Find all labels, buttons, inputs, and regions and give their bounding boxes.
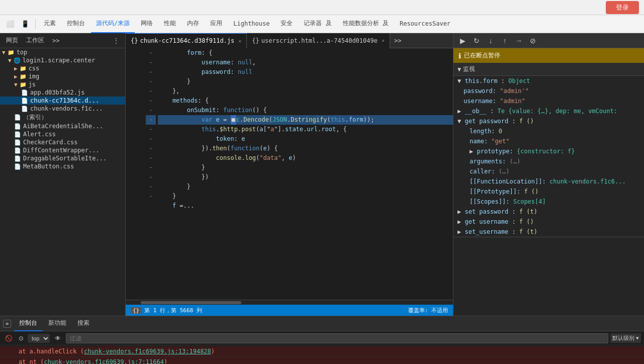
code-line-13: } (158, 163, 453, 172)
tab-sources[interactable]: 源代码/来源 (91, 15, 135, 33)
file-icon-aibeta: 📄 (14, 123, 21, 130)
step-btn[interactable]: → (513, 35, 525, 47)
marker-10: - (146, 134, 156, 144)
scope-get-password[interactable]: ▼ get password : f () (453, 116, 644, 126)
tree-item-top[interactable]: ▼ 📁 top (0, 48, 125, 56)
resume-btn[interactable]: ▶ (456, 35, 469, 47)
tree-item-meta[interactable]: 📄 MetaButton.css (0, 162, 125, 170)
preserve-log-btn[interactable]: ⊙ (17, 334, 26, 343)
tree-item-index[interactable]: 📄 （索引） (0, 113, 125, 122)
link-2[interactable]: chunk-vendors.f1c69639.js:7:11664 (44, 358, 163, 364)
marker-4: - (146, 77, 156, 86)
tab-security[interactable]: 安全 (275, 15, 298, 33)
tree-item-alert[interactable]: 📄 Alert.css (0, 130, 125, 138)
code-line-16: } (158, 192, 453, 201)
close-tab-userscript[interactable]: ✕ (382, 38, 385, 43)
file-tabs-more[interactable]: >> (390, 37, 405, 44)
code-line-14: }) (158, 172, 453, 182)
scope-set-password[interactable]: ▶ set password : f (t) (453, 207, 644, 217)
tree-item-img[interactable]: ▶ 📁 img (0, 72, 125, 80)
code-line-15: } (158, 182, 453, 192)
h-scrollbar[interactable] (126, 300, 453, 305)
sp-expand: ▶ (457, 208, 461, 215)
deactivate-btn[interactable]: ⊘ (527, 35, 539, 47)
tree-item-chunk-vendors[interactable]: 📄 chunk-vendors.f1c... (0, 105, 125, 113)
bottom-panel: ≡ 控制台 新功能 搜索 🚫 ⊙ top 👁 默认级别 ▾ at a.handl… (0, 316, 644, 364)
code-content: - - - - - - - - - - - - - - - - form: { (126, 48, 453, 300)
tab-lighthouse[interactable]: Lighthouse (228, 15, 274, 33)
scope-ob[interactable]: ▶ __ob__ : Te {value: {…}, dep: me, vmCo… (453, 106, 644, 116)
main-area: 网页 工作区 >> ⋮ ▼ 📁 top ▼ 🌐 login1.scrape.ce… (0, 33, 644, 316)
proto-expand: ▶ (470, 148, 473, 155)
tree-item-diff[interactable]: 📄 DiffContentWrapper... (0, 146, 125, 154)
step-over-btn[interactable]: ↻ (471, 35, 483, 47)
tab-recorder[interactable]: 记录器 及 (299, 15, 336, 33)
gu-expand: ▶ (457, 218, 461, 225)
file-icon-draggable: 📄 (14, 155, 21, 162)
scope-get-username[interactable]: ▶ get username : f () (453, 217, 644, 227)
tree-item-app[interactable]: 📄 app.d03bfa52.js (0, 88, 125, 97)
format-icon[interactable]: {} (131, 307, 141, 314)
tab-perf-analysis[interactable]: 性能数据分析 及 (338, 15, 394, 33)
bottom-toolbar: 🚫 ⊙ top 👁 默认级别 ▾ (0, 331, 644, 345)
tab-network[interactable]: 网络 (136, 15, 158, 33)
bottom-tab-search[interactable]: 搜索 (72, 316, 95, 331)
scope-gp-prototype[interactable]: ▶ prototype: {constructor: f} (453, 146, 644, 156)
marker-5: - (146, 86, 156, 96)
file-icon-checker: 📄 (14, 139, 21, 146)
tab-elements[interactable]: 元素 (39, 15, 61, 33)
tree-item-chunk-cc[interactable]: 📄 chunk-cc71364c.d... (0, 97, 125, 105)
marker-1: - (146, 48, 156, 58)
h-scrollbar-thumb[interactable] (141, 301, 241, 304)
bottom-tab-new-features[interactable]: 新功能 (43, 316, 71, 331)
diff-markers-col: - - - - - - - - - - - - - - - - (146, 48, 156, 300)
code-line-5: }, (158, 86, 453, 96)
file-tab-format-icon: {} (131, 37, 138, 44)
log-level-selector[interactable]: 默认级别 ▾ (610, 333, 641, 343)
folder-icon-css: 📁 (20, 65, 27, 72)
login-button[interactable]: 登录 (606, 1, 639, 14)
tab-console[interactable]: 控制台 (62, 15, 90, 33)
inspect-icon[interactable]: ⬜ (3, 17, 17, 31)
file-tab-chunk[interactable]: {} chunk-cc71364c.d38f911d.js ✕ (126, 33, 247, 48)
tree-item-draggable[interactable]: 📄 DraggableSortableIte... (0, 154, 125, 162)
console-filter-input[interactable] (66, 333, 608, 343)
sidebar-toolbar: 网页 工作区 >> ⋮ (0, 33, 125, 48)
scope-this-form[interactable]: ▼ this.form : Object (453, 76, 644, 86)
paused-banner: ℹ 已在断点暂停 (453, 48, 644, 63)
marker-12: - (146, 153, 156, 163)
debug-panel: ▶ ↻ ↓ ↑ → ⊘ ℹ 已在断点暂停 ▼ 监视 ▼ this.form : … (453, 33, 644, 316)
close-tab-chunk[interactable]: ✕ (238, 38, 241, 44)
file-tab-userscript[interactable]: {} userscript.html...a-74540d01049e ✕ (247, 33, 390, 48)
tree-item-checker[interactable]: 📄 CheckerCard.css (0, 138, 125, 146)
sidebar-nav-webpage[interactable]: 网页 (3, 35, 21, 46)
bottom-tab-console[interactable]: 控制台 (14, 316, 42, 331)
scope-gp-scopes: [[Scopes]]: Scopes[4] (453, 197, 644, 207)
sidebar-nav-workspace[interactable]: 工作区 (23, 35, 47, 46)
toggle-drawer-btn[interactable]: ≡ (3, 320, 11, 328)
watch-header[interactable]: ▼ 监视 (453, 63, 644, 75)
step-into-btn[interactable]: ↓ (485, 35, 497, 47)
cursor-position: 第 1 行，第 5668 列 (144, 307, 202, 314)
arrow-icon: ▼ (8, 57, 12, 64)
sidebar-nav-more[interactable]: >> (49, 36, 62, 45)
arrow-icon: ▼ (2, 49, 6, 56)
tab-memory[interactable]: 内存 (182, 15, 204, 33)
tree-item-css[interactable]: ▶ 📁 css (0, 64, 125, 72)
tree-item-login1[interactable]: ▼ 🌐 login1.scrape.center (0, 56, 125, 64)
step-out-btn[interactable]: ↑ (499, 35, 511, 47)
tree-item-js[interactable]: ▼ 📁 js (0, 80, 125, 88)
tab-performance[interactable]: 性能 (159, 15, 181, 33)
eye-icon[interactable]: 👁 (52, 333, 64, 343)
link-1[interactable]: chunk-vendors.f1c69639.js:13:194828 (84, 348, 211, 355)
device-icon[interactable]: 📱 (18, 17, 32, 31)
scope-set-username[interactable]: ▶ set_username : f (t) (453, 227, 644, 237)
bottom-tabs: ≡ 控制台 新功能 搜索 (0, 316, 644, 331)
tab-resources-saver[interactable]: ResourcesSaver (395, 15, 455, 33)
sidebar-menu-btn[interactable]: ⋮ (110, 36, 122, 45)
tree-item-aibeta[interactable]: 📄 AiBetaCredentialShe... (0, 122, 125, 130)
sep1 (35, 19, 36, 29)
clear-console-btn[interactable]: 🚫 (3, 334, 15, 343)
context-selector[interactable]: top (28, 334, 50, 343)
tab-application[interactable]: 应用 (205, 15, 227, 33)
